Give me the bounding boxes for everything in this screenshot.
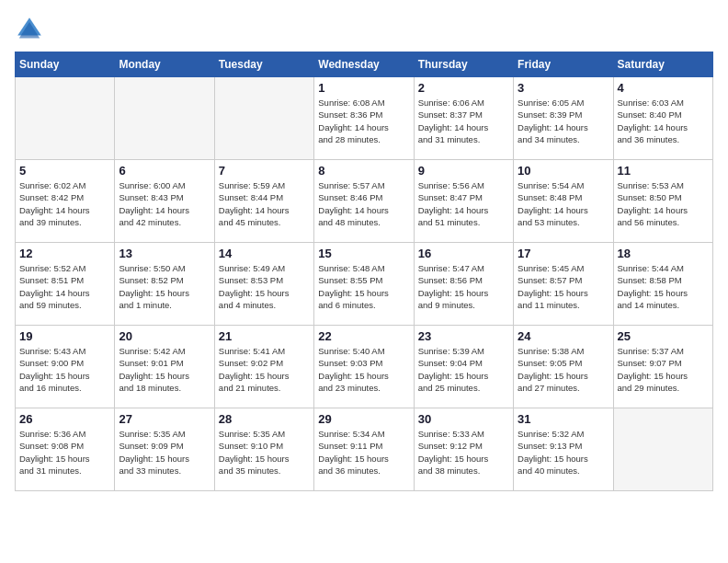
day-number: 30 [418, 412, 509, 426]
calendar-day-cell: 6Sunrise: 6:00 AM Sunset: 8:43 PM Daylig… [115, 160, 214, 243]
day-number: 2 [418, 81, 509, 95]
day-number: 9 [418, 164, 509, 178]
calendar-day-cell: 19Sunrise: 5:43 AM Sunset: 9:00 PM Dayli… [16, 326, 115, 408]
calendar-table: SundayMondayTuesdayWednesdayThursdayFrid… [15, 52, 713, 491]
calendar-week-row: 1Sunrise: 6:08 AM Sunset: 8:36 PM Daylig… [16, 77, 713, 160]
day-number: 26 [19, 412, 110, 426]
day-number: 24 [518, 329, 609, 343]
day-info: Sunrise: 6:03 AM Sunset: 8:40 PM Dayligh… [618, 97, 709, 145]
calendar-day-cell: 27Sunrise: 5:35 AM Sunset: 9:09 PM Dayli… [115, 408, 214, 491]
calendar-day-cell: 29Sunrise: 5:34 AM Sunset: 9:11 PM Dayli… [314, 408, 414, 491]
day-info: Sunrise: 5:50 AM Sunset: 8:52 PM Dayligh… [119, 262, 210, 311]
weekday-header-thursday: Thursday [414, 52, 513, 77]
calendar-day-cell: 26Sunrise: 5:36 AM Sunset: 9:08 PM Dayli… [16, 408, 115, 491]
day-number: 6 [119, 164, 210, 178]
day-info: Sunrise: 5:59 AM Sunset: 8:44 PM Dayligh… [219, 179, 310, 228]
calendar-day-cell: 25Sunrise: 5:37 AM Sunset: 9:07 PM Dayli… [613, 326, 712, 408]
day-number: 8 [318, 164, 409, 178]
calendar-week-row: 26Sunrise: 5:36 AM Sunset: 9:08 PM Dayli… [16, 408, 713, 491]
day-info: Sunrise: 5:53 AM Sunset: 8:50 PM Dayligh… [618, 179, 709, 228]
calendar-day-cell: 11Sunrise: 5:53 AM Sunset: 8:50 PM Dayli… [613, 160, 712, 243]
calendar-day-cell [115, 77, 214, 160]
calendar-day-cell: 13Sunrise: 5:50 AM Sunset: 8:52 PM Dayli… [115, 243, 214, 326]
day-info: Sunrise: 5:54 AM Sunset: 8:48 PM Dayligh… [518, 179, 609, 228]
calendar-day-cell: 20Sunrise: 5:42 AM Sunset: 9:01 PM Dayli… [115, 326, 214, 408]
calendar-day-cell: 21Sunrise: 5:41 AM Sunset: 9:02 PM Dayli… [214, 326, 313, 408]
calendar-day-cell: 12Sunrise: 5:52 AM Sunset: 8:51 PM Dayli… [16, 243, 115, 326]
day-info: Sunrise: 5:44 AM Sunset: 8:58 PM Dayligh… [618, 262, 709, 311]
weekday-header-row: SundayMondayTuesdayWednesdayThursdayFrid… [16, 52, 713, 77]
day-info: Sunrise: 5:57 AM Sunset: 8:46 PM Dayligh… [318, 179, 409, 228]
day-info: Sunrise: 5:49 AM Sunset: 8:53 PM Dayligh… [219, 262, 310, 311]
day-number: 23 [418, 329, 509, 343]
calendar-day-cell: 5Sunrise: 6:02 AM Sunset: 8:42 PM Daylig… [16, 160, 115, 243]
day-number: 1 [318, 81, 409, 95]
day-number: 17 [518, 247, 609, 260]
day-number: 20 [119, 329, 210, 343]
calendar-day-cell: 17Sunrise: 5:45 AM Sunset: 8:57 PM Dayli… [514, 243, 613, 326]
weekday-header-monday: Monday [115, 52, 214, 77]
day-number: 12 [19, 247, 110, 260]
day-number: 22 [318, 329, 409, 343]
day-number: 10 [518, 164, 609, 178]
day-info: Sunrise: 5:35 AM Sunset: 9:09 PM Dayligh… [119, 428, 210, 477]
calendar-day-cell: 2Sunrise: 6:06 AM Sunset: 8:37 PM Daylig… [414, 77, 513, 160]
calendar-day-cell [16, 77, 115, 160]
day-info: Sunrise: 5:33 AM Sunset: 9:12 PM Dayligh… [418, 428, 509, 477]
calendar-day-cell: 14Sunrise: 5:49 AM Sunset: 8:53 PM Dayli… [214, 243, 313, 326]
day-info: Sunrise: 5:37 AM Sunset: 9:07 PM Dayligh… [618, 345, 709, 394]
calendar-day-cell [613, 408, 712, 491]
day-number: 5 [19, 164, 110, 178]
day-number: 19 [19, 329, 110, 343]
day-info: Sunrise: 5:35 AM Sunset: 9:10 PM Dayligh… [219, 428, 310, 477]
calendar-day-cell: 7Sunrise: 5:59 AM Sunset: 8:44 PM Daylig… [214, 160, 313, 243]
day-info: Sunrise: 5:36 AM Sunset: 9:08 PM Dayligh… [19, 428, 110, 477]
calendar-day-cell: 15Sunrise: 5:48 AM Sunset: 8:55 PM Dayli… [314, 243, 414, 326]
page-header [15, 15, 713, 44]
calendar-day-cell: 4Sunrise: 6:03 AM Sunset: 8:40 PM Daylig… [613, 77, 712, 160]
day-number: 28 [219, 412, 310, 426]
weekday-header-friday: Friday [514, 52, 613, 77]
calendar-day-cell: 9Sunrise: 5:56 AM Sunset: 8:47 PM Daylig… [414, 160, 513, 243]
calendar-week-row: 5Sunrise: 6:02 AM Sunset: 8:42 PM Daylig… [16, 160, 713, 243]
calendar-day-cell: 24Sunrise: 5:38 AM Sunset: 9:05 PM Dayli… [514, 326, 613, 408]
day-info: Sunrise: 5:34 AM Sunset: 9:11 PM Dayligh… [318, 428, 409, 477]
weekday-header-saturday: Saturday [613, 52, 712, 77]
calendar-day-cell: 10Sunrise: 5:54 AM Sunset: 8:48 PM Dayli… [514, 160, 613, 243]
day-number: 31 [518, 412, 609, 426]
day-number: 25 [618, 329, 709, 343]
calendar-day-cell: 18Sunrise: 5:44 AM Sunset: 8:58 PM Dayli… [613, 243, 712, 326]
day-info: Sunrise: 5:40 AM Sunset: 9:03 PM Dayligh… [318, 345, 409, 394]
day-info: Sunrise: 5:32 AM Sunset: 9:13 PM Dayligh… [518, 428, 609, 477]
day-number: 15 [318, 247, 409, 260]
day-info: Sunrise: 6:08 AM Sunset: 8:36 PM Dayligh… [318, 97, 409, 145]
day-number: 4 [618, 81, 709, 95]
day-info: Sunrise: 6:00 AM Sunset: 8:43 PM Dayligh… [119, 179, 210, 228]
day-info: Sunrise: 6:06 AM Sunset: 8:37 PM Dayligh… [418, 97, 509, 145]
day-number: 29 [318, 412, 409, 426]
day-info: Sunrise: 5:41 AM Sunset: 9:02 PM Dayligh… [219, 345, 310, 394]
weekday-header-wednesday: Wednesday [314, 52, 414, 77]
calendar-body: 1Sunrise: 6:08 AM Sunset: 8:36 PM Daylig… [16, 77, 713, 491]
logo [15, 15, 48, 44]
day-number: 14 [219, 247, 310, 260]
weekday-header-tuesday: Tuesday [214, 52, 313, 77]
calendar-week-row: 19Sunrise: 5:43 AM Sunset: 9:00 PM Dayli… [16, 326, 713, 408]
day-info: Sunrise: 5:45 AM Sunset: 8:57 PM Dayligh… [518, 262, 609, 311]
day-info: Sunrise: 5:56 AM Sunset: 8:47 PM Dayligh… [418, 179, 509, 228]
calendar-day-cell: 28Sunrise: 5:35 AM Sunset: 9:10 PM Dayli… [214, 408, 313, 491]
day-info: Sunrise: 5:39 AM Sunset: 9:04 PM Dayligh… [418, 345, 509, 394]
day-number: 27 [119, 412, 210, 426]
calendar-header: SundayMondayTuesdayWednesdayThursdayFrid… [16, 52, 713, 77]
day-info: Sunrise: 5:38 AM Sunset: 9:05 PM Dayligh… [518, 345, 609, 394]
day-info: Sunrise: 6:05 AM Sunset: 8:39 PM Dayligh… [518, 97, 609, 145]
calendar-week-row: 12Sunrise: 5:52 AM Sunset: 8:51 PM Dayli… [16, 243, 713, 326]
day-number: 3 [518, 81, 609, 95]
day-info: Sunrise: 5:48 AM Sunset: 8:55 PM Dayligh… [318, 262, 409, 311]
calendar-day-cell: 16Sunrise: 5:47 AM Sunset: 8:56 PM Dayli… [414, 243, 513, 326]
day-info: Sunrise: 6:02 AM Sunset: 8:42 PM Dayligh… [19, 179, 110, 228]
day-number: 21 [219, 329, 310, 343]
day-number: 11 [618, 164, 709, 178]
calendar-day-cell: 23Sunrise: 5:39 AM Sunset: 9:04 PM Dayli… [414, 326, 513, 408]
weekday-header-sunday: Sunday [16, 52, 115, 77]
